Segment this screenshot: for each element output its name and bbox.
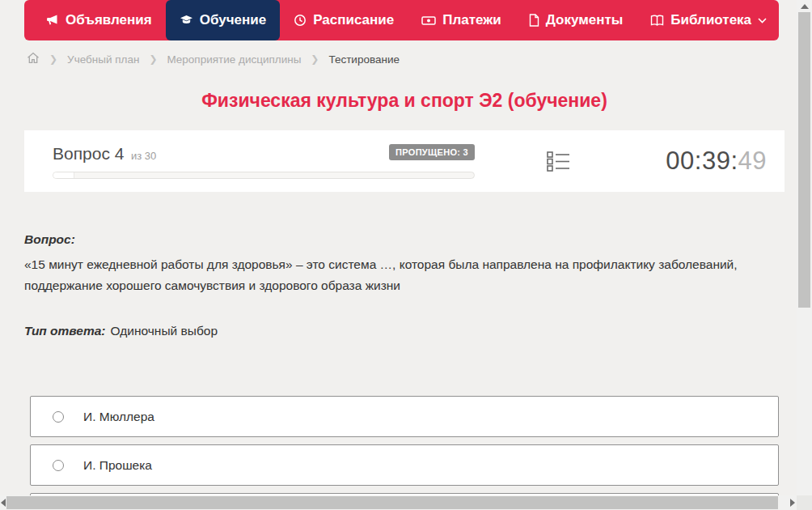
scroll-right-arrow-icon[interactable]: [790, 499, 795, 507]
document-icon: [529, 14, 539, 27]
skipped-badge: ПРОПУЩЕНО: 3: [389, 144, 475, 160]
nav-item-label: Документы: [546, 12, 624, 28]
timer: 00:39:49: [666, 147, 767, 176]
answer-type-row: Тип ответа:Одиночный выбор: [24, 324, 776, 338]
question-progress-block: Вопрос 4 из 30 ПРОПУЩЕНО: 3: [53, 144, 475, 179]
chevron-down-icon: [758, 18, 767, 23]
answer-option-2[interactable]: И. Прошека: [30, 444, 779, 486]
scrollbar-corner: [797, 495, 812, 510]
question-text: «15 минут ежедневной работы для здоровья…: [24, 254, 762, 296]
scroll-up-arrow-icon[interactable]: [801, 4, 809, 9]
home-icon[interactable]: [27, 52, 40, 66]
open-book-icon: [650, 15, 664, 27]
clock-icon: [294, 14, 307, 27]
answer-type-label: Тип ответа:: [24, 324, 106, 338]
horizontal-scrollbar[interactable]: [0, 495, 797, 510]
nav-item-label: Обучение: [200, 12, 266, 28]
breadcrumb-separator: ❯: [311, 53, 319, 65]
question-panel: Вопрос 4 из 30 ПРОПУЩЕНО: 3 00:39:49: [24, 130, 785, 192]
scroll-left-arrow-icon[interactable]: [1, 499, 6, 507]
question-list-icon: [547, 151, 570, 172]
megaphone-icon: [46, 14, 59, 27]
top-navbar: Объявления Обучение Расписание Платежи Д…: [24, 0, 779, 40]
answer-option-label: И. Мюллера: [83, 410, 154, 424]
breadcrumb-discipline-event[interactable]: Мероприятие дисциплины: [167, 53, 301, 66]
timer-hours-minutes: 00:39:: [666, 147, 738, 175]
breadcrumb-curriculum[interactable]: Учебный план: [67, 53, 139, 66]
breadcrumb-separator: ❯: [49, 53, 57, 65]
nav-item-learning[interactable]: Обучение: [166, 0, 280, 40]
answer-option-1[interactable]: И. Мюллера: [30, 396, 779, 437]
nav-item-label: Платежи: [442, 12, 501, 28]
nav-item-label: Библиотека: [670, 12, 751, 28]
horizontal-scrollbar-thumb[interactable]: [6, 496, 778, 509]
radio-button[interactable]: [53, 411, 64, 423]
nav-item-payments[interactable]: Платежи: [408, 0, 515, 40]
graduation-cap-icon: [180, 14, 193, 27]
nav-item-label: Объявления: [66, 12, 152, 28]
nav-item-announcements[interactable]: Объявления: [32, 0, 166, 40]
question-total: из 30: [131, 150, 156, 162]
nav-item-documents[interactable]: Документы: [515, 0, 637, 40]
nav-item-label: Расписание: [313, 12, 394, 28]
page: Объявления Обучение Расписание Платежи Д…: [0, 0, 797, 510]
progress-bar: [53, 172, 475, 179]
vertical-scrollbar[interactable]: [797, 0, 812, 510]
breadcrumb-separator: ❯: [149, 53, 157, 65]
question-counter: Вопрос 4 из 30: [53, 144, 156, 164]
answer-type-value: Одиночный выбор: [111, 324, 218, 338]
page-title: Физическая культура и спорт Э2 (обучение…: [24, 90, 785, 112]
vertical-scrollbar-thumb[interactable]: [798, 12, 810, 308]
progress-bar-fill: [53, 172, 74, 178]
radio-button[interactable]: [53, 460, 64, 471]
question-prompt-label: Вопрос:: [24, 232, 776, 247]
breadcrumb-testing: Тестирование: [328, 53, 400, 66]
timer-seconds: 49: [738, 147, 767, 175]
question-number: Вопрос 4: [53, 144, 124, 163]
nav-item-schedule[interactable]: Расписание: [280, 0, 408, 40]
question-list-button[interactable]: [547, 151, 570, 172]
answer-option-label: И. Прошека: [83, 458, 152, 473]
answer-options: И. Мюллера И. Прошека: [30, 396, 779, 510]
nav-item-library[interactable]: Библиотека: [636, 0, 780, 40]
breadcrumb: ❯ Учебный план ❯ Мероприятие дисциплины …: [27, 52, 797, 66]
banknote-icon: [421, 15, 436, 27]
question-body: Вопрос: «15 минут ежедневной работы для …: [24, 232, 776, 338]
